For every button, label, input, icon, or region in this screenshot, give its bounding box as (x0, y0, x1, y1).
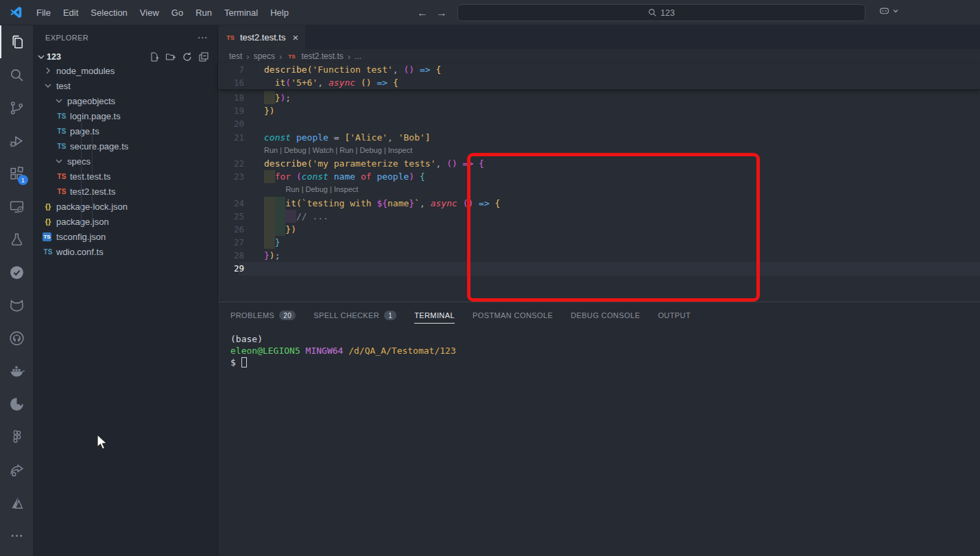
code-line-20: 20 (218, 117, 980, 130)
codelens-actions[interactable]: Run | Debug | Watch | Run | Debug | Insp… (264, 144, 412, 157)
panel-tab-spell-checker[interactable]: SPELL CHECKER1 (313, 311, 396, 324)
ts-file-icon: TS (56, 112, 67, 120)
menu-bar: FileEditSelectionViewGoRunTerminalHelp (30, 0, 295, 25)
tsconfig-file-icon: TS (43, 232, 51, 241)
activity-search-icon[interactable] (0, 58, 33, 91)
menu-file[interactable]: File (30, 0, 57, 25)
activity-figma-icon[interactable] (0, 420, 33, 453)
tree-item-test2-test-ts[interactable]: TStest2.test.ts (33, 184, 218, 199)
terminal-output[interactable]: (base)eleon@LEGION5 MINGW64 /d/QA_A/Test… (218, 324, 980, 368)
line-number: 21 (218, 131, 244, 144)
tree-item-tsconfig-json[interactable]: TStsconfig.json (33, 229, 218, 244)
tree-item-page-ts[interactable]: TSpage.ts (33, 123, 218, 138)
new-file-icon[interactable] (149, 51, 160, 62)
code-line-16: 16 it('5+6', async () => { (218, 76, 980, 89)
current-line-highlight (239, 262, 980, 275)
codelens-actions[interactable]: Run | Debug | Inspect (264, 183, 358, 196)
activity-explorer-icon[interactable] (0, 25, 33, 58)
tree-item-test[interactable]: test (33, 78, 218, 93)
vscode-logo-icon (8, 5, 23, 20)
menu-run[interactable]: Run (189, 0, 218, 25)
panel-tab-terminal[interactable]: TERMINAL (414, 311, 455, 324)
nav-forward-button[interactable]: → (436, 7, 447, 19)
tree-item-login-page-ts[interactable]: TSlogin.page.ts (33, 108, 218, 123)
code-line-27: 27 } (218, 236, 980, 249)
menu-edit[interactable]: Edit (57, 0, 84, 25)
ts-file-icon: TS (56, 128, 67, 135)
activity-fox-icon[interactable] (0, 289, 33, 322)
breadcrumb-item[interactable]: test2.test.ts (301, 51, 343, 61)
tree-item-package-lock-json[interactable]: {}package-lock.json (33, 199, 218, 214)
menu-terminal[interactable]: Terminal (218, 0, 264, 25)
line-number: 20 (218, 117, 244, 130)
editor-group: TS test2.test.ts × test›specs›TStest2.te… (218, 25, 980, 556)
code-line-18: 18 }); (218, 91, 980, 104)
breadcrumb-item[interactable]: ... (355, 51, 361, 61)
activity-azure-icon[interactable] (0, 486, 33, 519)
panel-tab-output[interactable]: OUTPUT (658, 311, 691, 323)
breadcrumb-item[interactable]: test (229, 51, 242, 61)
terminal-line: $ (230, 356, 980, 368)
new-folder-icon[interactable] (165, 51, 176, 62)
tree-item-package-json[interactable]: {}package.json (33, 214, 218, 229)
explorer-sidebar: EXPLORER ⋯ 123 node_modulestestpageobjec… (33, 25, 218, 556)
activity-more-icon[interactable] (0, 519, 33, 552)
activity-source-control-icon[interactable] (0, 91, 33, 124)
code-line-26: 26 }) (218, 223, 980, 236)
breadcrumb[interactable]: test›specs›TStest2.test.ts›... (218, 49, 980, 63)
activity-live-share-icon[interactable] (0, 453, 33, 486)
activity-usage-chart-icon[interactable] (0, 387, 33, 420)
activity-test-beaker-icon[interactable] (0, 223, 33, 256)
breadcrumb-separator: › (246, 51, 249, 62)
explorer-more-button[interactable]: ⋯ (198, 32, 208, 44)
panel-tab-postman-console[interactable]: POSTMAN CONSOLE (473, 311, 553, 323)
explorer-title: EXPLORER (45, 34, 88, 42)
codelens-row: Run | Debug | Inspect (218, 183, 980, 196)
ts-file-icon: TS (56, 143, 67, 150)
line-number: 16 (218, 76, 244, 89)
activity-run-debug-icon[interactable] (0, 124, 33, 157)
tree-item-node-modules[interactable]: node_modules (33, 63, 218, 78)
activity-remote-explorer-icon[interactable] (0, 190, 33, 223)
menu-view[interactable]: View (134, 0, 165, 25)
tab-bar: TS test2.test.ts × (218, 25, 980, 49)
line-number: 29 (218, 262, 244, 275)
collapse-all-icon[interactable] (198, 51, 209, 62)
copilot-menu[interactable] (879, 5, 899, 16)
line-number: 24 (218, 197, 244, 210)
tree-item-test-test-ts[interactable]: TStest.test.ts (33, 169, 218, 184)
menu-selection[interactable]: Selection (84, 0, 133, 25)
command-search-box[interactable]: 123 (457, 4, 865, 21)
tab-test2-test-ts[interactable]: TS test2.test.ts × (218, 25, 305, 49)
ts-file-icon: TS (286, 53, 297, 60)
terminal-cursor (241, 357, 247, 367)
copilot-icon (879, 5, 890, 16)
line-number: 18 (218, 91, 244, 104)
menu-help[interactable]: Help (264, 0, 295, 25)
ts-file-icon: TS (225, 34, 236, 41)
panel-tab-problems[interactable]: PROBLEMS20 (230, 311, 296, 324)
tree-item-secure-page-ts[interactable]: TSsecure.page.ts (33, 138, 218, 154)
activity-github-icon[interactable] (0, 322, 33, 354)
tree-item-specs[interactable]: specs (33, 154, 218, 169)
activity-test-check-icon[interactable] (0, 256, 33, 289)
section-name: 123 (47, 52, 61, 62)
tab-close-icon[interactable]: × (292, 32, 298, 43)
sticky-scroll: 7describe('Function test', () => {16 it(… (218, 63, 980, 90)
breadcrumb-item[interactable]: specs (254, 51, 275, 61)
tree-item-pageobjects[interactable]: pageobjects (33, 93, 218, 108)
panel-tab-badge: 20 (279, 311, 296, 320)
panel-tab-bar: PROBLEMS20SPELL CHECKER1TERMINALPOSTMAN … (218, 302, 980, 324)
activity-docker-icon[interactable] (0, 354, 33, 387)
line-number: 28 (218, 249, 244, 262)
refresh-icon[interactable] (182, 51, 193, 62)
tree-item-wdio-conf-ts[interactable]: TSwdio.conf.ts (33, 244, 218, 259)
json-file-icon: {} (43, 202, 53, 210)
menu-go[interactable]: Go (165, 0, 189, 25)
nav-back-button[interactable]: ← (417, 7, 428, 19)
panel-tab-debug-console[interactable]: DEBUG CONSOLE (571, 311, 640, 323)
activity-extensions-icon[interactable]: 1 (0, 157, 33, 190)
explorer-section-header[interactable]: 123 (33, 49, 217, 64)
code-line-25: 25 // ... (218, 210, 980, 223)
code-editor[interactable]: 7describe('Function test', () => {16 it(… (218, 63, 980, 327)
